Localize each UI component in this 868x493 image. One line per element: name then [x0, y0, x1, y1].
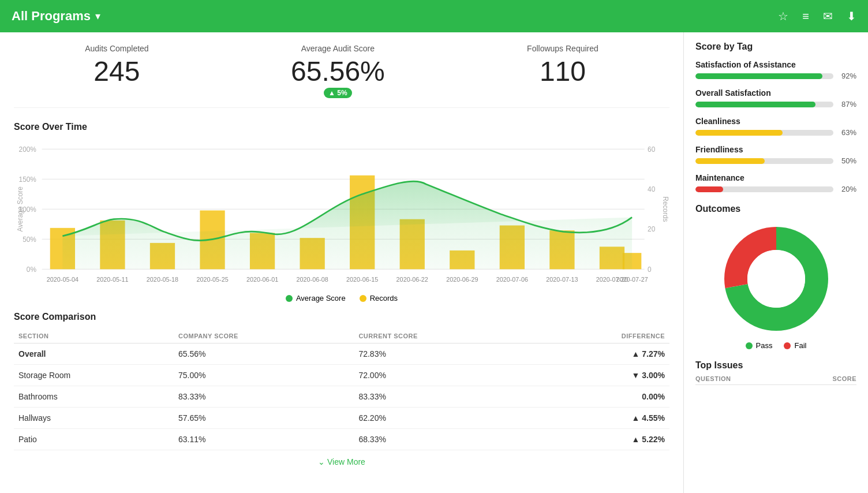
top-navigation: All Programs ▾ ☆ ≡ ✉ ⬇ — [0, 0, 868, 32]
svg-text:2020-05-18: 2020-05-18 — [147, 276, 178, 283]
svg-text:2020-07-06: 2020-07-06 — [496, 276, 528, 283]
tag-pct: 92% — [838, 72, 856, 80]
star-icon[interactable]: ☆ — [778, 9, 788, 23]
tag-pct: 87% — [838, 100, 856, 109]
svg-text:2020-05-04: 2020-05-04 — [47, 276, 78, 283]
table-row: Overall 65.56% 72.83% ▲ 7.27% — [14, 343, 669, 365]
score-header: SCORE — [832, 375, 856, 382]
stat-followups: Followups Required 110 — [527, 44, 598, 98]
table-row: Hallways 57.65% 62.20% ▲ 4.55% — [14, 408, 669, 429]
comparison-table: SECTION COMPANY SCORE CURRENT SCORE DIFF… — [14, 329, 669, 450]
table-header-row: SECTION COMPANY SCORE CURRENT SCORE DIFF… — [14, 329, 669, 343]
score-badge: ▲ 5% — [324, 88, 352, 98]
cell-current: 72.00% — [354, 365, 532, 386]
svg-text:20: 20 — [648, 225, 656, 233]
list-icon[interactable]: ≡ — [802, 10, 809, 23]
svg-text:2020-07-27: 2020-07-27 — [616, 276, 648, 283]
pass-dot — [746, 342, 753, 349]
tag-bar-row: 92% — [695, 72, 856, 80]
cell-diff: ▲ 4.55% — [532, 408, 669, 429]
cell-company: 57.65% — [174, 408, 354, 429]
cell-company: 75.00% — [174, 365, 354, 386]
svg-text:Records: Records — [661, 196, 669, 222]
pass-legend: Pass — [746, 341, 773, 350]
question-header: QUESTION — [695, 375, 731, 382]
tag-label: Cleanliness — [695, 117, 856, 126]
cell-diff: ▲ 5.22% — [532, 429, 669, 450]
cell-section: Bathrooms — [14, 386, 174, 408]
svg-text:2020-06-08: 2020-06-08 — [297, 276, 328, 283]
tag-bar-fill — [695, 158, 765, 164]
table-row: Patio 63.11% 68.33% ▲ 5.22% — [14, 429, 669, 450]
tag-label: Friendliness — [695, 145, 856, 154]
svg-text:50%: 50% — [23, 236, 36, 244]
audits-label: Audits Completed — [85, 44, 149, 53]
svg-text:0%: 0% — [27, 266, 37, 274]
score-over-time-section: Score Over Time 200% 150% 100% 50% 0% 60… — [14, 122, 669, 302]
stat-audits: Audits Completed 245 — [85, 44, 149, 98]
pass-label: Pass — [756, 341, 773, 350]
svg-text:60: 60 — [648, 145, 656, 154]
top-issues-section: Top Issues QUESTION SCORE — [695, 360, 856, 385]
table-row: Bathrooms 83.33% 83.33% 0.00% — [14, 386, 669, 408]
svg-text:Average Score: Average Score — [16, 186, 24, 232]
tag-bar-row: 20% — [695, 185, 856, 193]
svg-text:2020-05-25: 2020-05-25 — [196, 276, 228, 283]
cell-company: 83.33% — [174, 386, 354, 408]
donut-chart — [719, 221, 834, 337]
outcomes-section: Outcomes Pass — [695, 204, 856, 350]
program-dropdown[interactable]: ▾ — [95, 10, 100, 23]
stat-score: Average Audit Score 65.56% ▲ 5% — [291, 44, 385, 98]
tag-pct: 50% — [838, 156, 856, 165]
cell-diff: ▲ 7.27% — [532, 343, 669, 365]
mail-icon[interactable]: ✉ — [823, 9, 833, 23]
fail-legend: Fail — [784, 341, 806, 350]
audits-value: 245 — [85, 58, 149, 85]
view-more-button[interactable]: ⌄ View More — [14, 457, 669, 466]
tag-pct: 63% — [838, 128, 856, 137]
comparison-title: Score Comparison — [14, 312, 669, 322]
chart-container: 200% 150% 100% 50% 0% 60 40 20 0 — [14, 139, 669, 289]
tag-item: Cleanliness 63% — [695, 117, 856, 137]
donut-container: Pass Fail — [695, 221, 856, 350]
tag-bar-bg — [695, 102, 833, 107]
nav-left: All Programs ▾ — [12, 9, 100, 24]
main-layout: Audits Completed 245 Average Audit Score… — [0, 32, 868, 493]
fail-dot — [784, 342, 791, 349]
cell-section: Storage Room — [14, 365, 174, 386]
download-icon[interactable]: ⬇ — [847, 9, 856, 23]
donut-legend: Pass Fail — [746, 341, 807, 350]
stats-row: Audits Completed 245 Average Audit Score… — [14, 44, 669, 108]
tag-bar-fill — [695, 73, 822, 79]
legend-avg: Average Score — [286, 294, 346, 302]
cell-current: 83.33% — [354, 386, 532, 408]
tag-label: Maintenance — [695, 173, 856, 182]
page-title: All Programs — [12, 9, 91, 24]
cell-section: Hallways — [14, 408, 174, 429]
score-value: 65.56% — [291, 58, 385, 85]
cell-section: Overall — [14, 343, 174, 365]
tag-label: Satisfaction of Assistance — [695, 60, 856, 69]
tag-label: Overall Satisfaction — [695, 88, 856, 98]
score-by-tag-section: Score by Tag Satisfaction of Assistance … — [695, 42, 856, 193]
tag-bar-bg — [695, 130, 833, 136]
cell-current: 68.33% — [354, 429, 532, 450]
top-issues-title: Top Issues — [695, 360, 856, 371]
tag-item: Friendliness 50% — [695, 145, 856, 165]
cell-company: 63.11% — [174, 429, 354, 450]
chart-title: Score Over Time — [14, 122, 669, 132]
tag-pct: 20% — [838, 185, 856, 193]
svg-text:40: 40 — [648, 185, 656, 193]
svg-point-44 — [747, 250, 805, 308]
tag-item: Overall Satisfaction 87% — [695, 88, 856, 109]
avg-label: Average Score — [296, 294, 346, 302]
score-label: Average Audit Score — [291, 44, 385, 53]
table-row: Storage Room 75.00% 72.00% ▼ 3.00% — [14, 365, 669, 386]
tags-container: Satisfaction of Assistance 92% Overall S… — [695, 60, 856, 193]
col-current: CURRENT SCORE — [354, 329, 532, 343]
tag-bar-fill — [695, 102, 815, 107]
followups-label: Followups Required — [527, 44, 598, 53]
tag-bar-row: 50% — [695, 156, 856, 165]
cell-current: 72.83% — [354, 343, 532, 365]
followups-value: 110 — [527, 58, 598, 85]
